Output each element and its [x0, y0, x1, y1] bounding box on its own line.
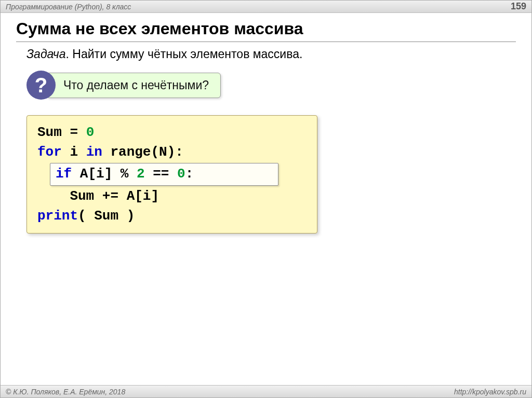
slide-header: Программирование (Python), 8 класс 159 [1, 1, 531, 13]
question-block: ? Что делаем с нечётными? [26, 71, 516, 100]
header-left: Программирование (Python), 8 класс [6, 3, 131, 11]
footer-left: © К.Ю. Поляков, Е.А. Ерёмин, 2018 [6, 388, 125, 396]
slide-footer: © К.Ю. Поляков, Е.А. Ерёмин, 2018 http:/… [1, 385, 531, 397]
code-line-2: for i in range(N): [37, 143, 307, 162]
task-text: Задача. Найти сумму чётных элементов мас… [16, 47, 516, 61]
code-line-1: Sum = 0 [37, 123, 307, 143]
code-line-5: print( Sum ) [37, 207, 307, 226]
task-body: . Найти сумму чётных элементов массива. [66, 47, 303, 61]
question-text: Что делаем с нечётными? [46, 73, 221, 98]
code-block: Sum = 0 for i in range(N): if A[i] % 2 =… [26, 115, 317, 234]
footer-right: http://kpolyakov.spb.ru [454, 388, 526, 396]
page-number: 159 [511, 1, 526, 12]
title-divider [16, 42, 516, 42]
question-mark-icon: ? [26, 71, 56, 100]
page-title: Сумма не всех элементов массива [16, 19, 516, 38]
slide-content: Сумма не всех элементов массива Задача. … [1, 13, 531, 234]
code-highlight-box: if A[i] % 2 == 0: [50, 163, 278, 186]
task-label: Задача [26, 47, 66, 61]
code-line-4: Sum += A[i] [37, 187, 307, 207]
